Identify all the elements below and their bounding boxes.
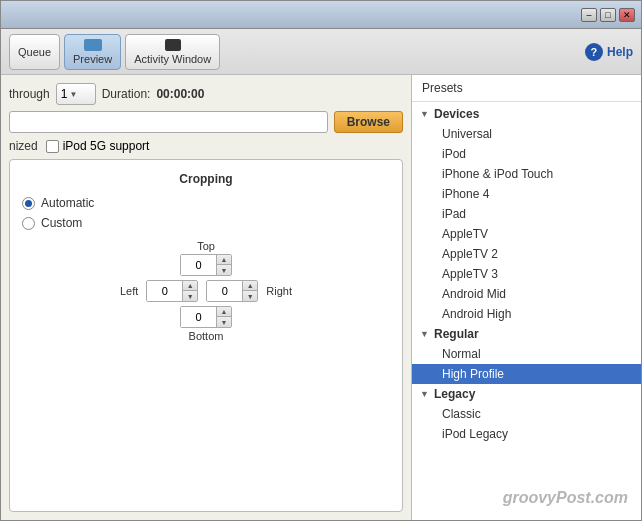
minimize-button[interactable]: – xyxy=(581,8,597,22)
preset-iphone-ipod[interactable]: iPhone & iPod Touch xyxy=(412,164,641,184)
nized-label: nized xyxy=(9,139,38,153)
right-panel: Presets ▼ Devices Universal iPod iPhone … xyxy=(411,75,641,520)
top-spinbox-buttons: ▲ ▼ xyxy=(217,255,231,275)
ipod-support-checkbox[interactable] xyxy=(46,140,59,153)
duration-value: 00:00:00 xyxy=(156,87,204,101)
preset-appletv3[interactable]: AppleTV 3 xyxy=(412,264,641,284)
file-input[interactable] xyxy=(9,111,328,133)
left-spinbox[interactable]: ▲ ▼ xyxy=(146,280,198,302)
devices-group-header[interactable]: ▼ Devices xyxy=(412,104,641,124)
right-label: Right xyxy=(266,285,292,297)
automatic-label: Automatic xyxy=(41,196,94,210)
dropdown-arrow-icon: ▼ xyxy=(69,90,77,99)
crop-top-row: Top ▲ ▼ xyxy=(180,240,232,276)
top-down-button[interactable]: ▼ xyxy=(217,265,231,275)
crop-bottom-row: ▲ ▼ Bottom xyxy=(180,306,232,342)
main-window: – □ ✕ Queue Preview Activity Window ? He… xyxy=(0,0,642,521)
cropping-title: Cropping xyxy=(22,172,390,186)
custom-label: Custom xyxy=(41,216,82,230)
devices-group-label: Devices xyxy=(434,107,479,121)
main-content: through 1 ▼ Duration: 00:00:00 Browse ni… xyxy=(1,75,641,520)
options-row: nized iPod 5G support xyxy=(9,139,403,153)
preset-classic[interactable]: Classic xyxy=(412,404,641,424)
devices-collapse-icon: ▼ xyxy=(420,109,430,119)
crop-grid: Top ▲ ▼ Left xyxy=(22,240,390,342)
crop-middle-row: Left ▲ ▼ ▲ ▼ xyxy=(120,280,292,302)
preset-universal[interactable]: Universal xyxy=(412,124,641,144)
presets-header: Presets xyxy=(412,75,641,102)
activity-window-icon xyxy=(165,39,181,51)
regular-collapse-icon: ▼ xyxy=(420,329,430,339)
top-spinbox[interactable]: ▲ ▼ xyxy=(180,254,232,276)
through-label: through xyxy=(9,87,50,101)
preset-ipod-legacy[interactable]: iPod Legacy xyxy=(412,424,641,444)
through-value: 1 xyxy=(61,87,68,101)
through-dropdown[interactable]: 1 ▼ xyxy=(56,83,96,105)
preset-iphone4[interactable]: iPhone 4 xyxy=(412,184,641,204)
regular-group-header[interactable]: ▼ Regular xyxy=(412,324,641,344)
window-controls: – □ ✕ xyxy=(581,8,635,22)
right-up-button[interactable]: ▲ xyxy=(243,281,257,291)
ipod-support-label: iPod 5G support xyxy=(63,139,150,153)
preview-icon xyxy=(84,39,102,51)
preview-button[interactable]: Preview xyxy=(64,34,121,70)
controls-row: through 1 ▼ Duration: 00:00:00 xyxy=(9,83,403,105)
browse-button[interactable]: Browse xyxy=(334,111,403,133)
bottom-label: Bottom xyxy=(189,330,224,342)
queue-label: Queue xyxy=(18,46,51,58)
help-button[interactable]: ? Help xyxy=(585,43,633,61)
bottom-down-button[interactable]: ▼ xyxy=(217,317,231,327)
left-input[interactable] xyxy=(147,281,183,301)
preset-normal[interactable]: Normal xyxy=(412,344,641,364)
custom-radio[interactable] xyxy=(22,217,35,230)
left-down-button[interactable]: ▼ xyxy=(183,291,197,301)
automatic-radio[interactable] xyxy=(22,197,35,210)
duration-label: Duration: xyxy=(102,87,151,101)
top-label: Top xyxy=(197,240,215,252)
bottom-spinbox-buttons: ▲ ▼ xyxy=(217,307,231,327)
help-icon: ? xyxy=(585,43,603,61)
ipod-support-checkbox-row: iPod 5G support xyxy=(46,139,150,153)
presets-tree: ▼ Devices Universal iPod iPhone & iPod T… xyxy=(412,102,641,520)
top-input[interactable] xyxy=(181,255,217,275)
regular-group-label: Regular xyxy=(434,327,479,341)
help-label: Help xyxy=(607,45,633,59)
custom-radio-row[interactable]: Custom xyxy=(22,216,390,230)
left-panel: through 1 ▼ Duration: 00:00:00 Browse ni… xyxy=(1,75,411,520)
preset-ipad[interactable]: iPad xyxy=(412,204,641,224)
preset-appletv2[interactable]: AppleTV 2 xyxy=(412,244,641,264)
preview-label: Preview xyxy=(73,53,112,65)
title-bar: – □ ✕ xyxy=(1,1,641,29)
left-spinbox-buttons: ▲ ▼ xyxy=(183,281,197,301)
queue-button[interactable]: Queue xyxy=(9,34,60,70)
legacy-group-label: Legacy xyxy=(434,387,475,401)
bottom-up-button[interactable]: ▲ xyxy=(217,307,231,317)
activity-window-button[interactable]: Activity Window xyxy=(125,34,220,70)
right-input[interactable] xyxy=(207,281,243,301)
bottom-input[interactable] xyxy=(181,307,217,327)
left-label: Left xyxy=(120,285,138,297)
right-spinbox-buttons: ▲ ▼ xyxy=(243,281,257,301)
maximize-button[interactable]: □ xyxy=(600,8,616,22)
legacy-group-header[interactable]: ▼ Legacy xyxy=(412,384,641,404)
file-row: Browse xyxy=(9,111,403,133)
legacy-collapse-icon: ▼ xyxy=(420,389,430,399)
automatic-radio-row[interactable]: Automatic xyxy=(22,196,390,210)
close-button[interactable]: ✕ xyxy=(619,8,635,22)
right-spinbox[interactable]: ▲ ▼ xyxy=(206,280,258,302)
preset-high-profile[interactable]: High Profile xyxy=(412,364,641,384)
toolbar: Queue Preview Activity Window ? Help xyxy=(1,29,641,75)
activity-window-label: Activity Window xyxy=(134,53,211,65)
preset-android-mid[interactable]: Android Mid xyxy=(412,284,641,304)
preset-android-high[interactable]: Android High xyxy=(412,304,641,324)
preset-appletv[interactable]: AppleTV xyxy=(412,224,641,244)
preset-ipod[interactable]: iPod xyxy=(412,144,641,164)
left-up-button[interactable]: ▲ xyxy=(183,281,197,291)
cropping-panel: Cropping Automatic Custom Top xyxy=(9,159,403,512)
bottom-spinbox[interactable]: ▲ ▼ xyxy=(180,306,232,328)
right-down-button[interactable]: ▼ xyxy=(243,291,257,301)
top-up-button[interactable]: ▲ xyxy=(217,255,231,265)
